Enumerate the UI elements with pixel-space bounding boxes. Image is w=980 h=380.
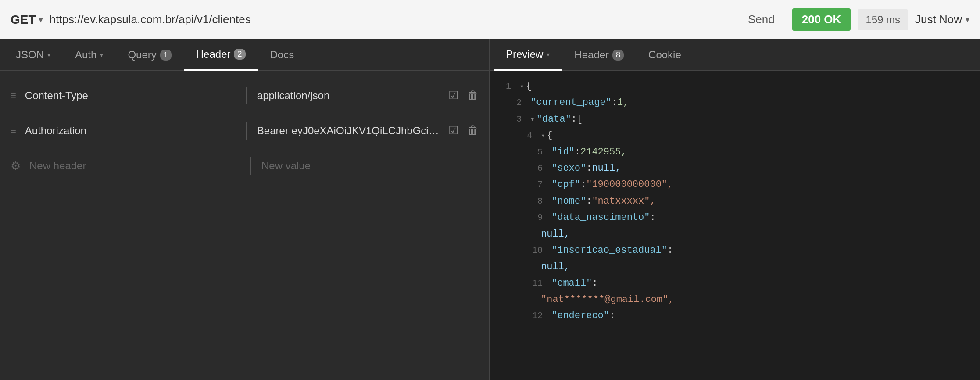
header-name-field[interactable]: Authorization bbox=[25, 125, 236, 137]
tab-docs-label: Docs bbox=[270, 49, 294, 61]
header-badge: 2 bbox=[234, 49, 245, 60]
json-line: 6 "sexo" : null, bbox=[494, 160, 976, 176]
tab-response-header[interactable]: Header 8 bbox=[562, 39, 636, 71]
tab-header-label: Header bbox=[196, 48, 231, 61]
preview-chevron-icon: ▾ bbox=[547, 51, 550, 58]
tab-query-label: Query bbox=[128, 49, 156, 61]
tab-auth-label: Auth bbox=[75, 49, 97, 61]
status-badge: 200 OK bbox=[792, 8, 851, 31]
drag-handle-icon[interactable]: ≡ bbox=[11, 125, 16, 136]
new-header-name-input[interactable]: New header bbox=[29, 160, 240, 172]
request-tabs: JSON ▾ Auth ▾ Query 1 Header 2 Docs bbox=[0, 39, 489, 71]
new-header-row: ⚙ New header New value bbox=[0, 148, 489, 183]
json-line: 11 "email" : bbox=[494, 275, 976, 291]
tab-header[interactable]: Header 2 bbox=[184, 39, 258, 71]
tab-json[interactable]: JSON ▾ bbox=[4, 39, 63, 71]
timestamp-selector[interactable]: Just Now ▾ bbox=[915, 13, 969, 26]
json-line: 9 "data_nascimento" : bbox=[494, 209, 976, 226]
right-panel: Preview ▾ Header 8 Cookie 1 ▾ { 2 "curre… bbox=[490, 39, 980, 380]
json-line: 4 ▾ { bbox=[494, 127, 976, 143]
delete-icon[interactable]: 🗑 bbox=[467, 124, 479, 137]
tab-query[interactable]: Query 1 bbox=[115, 39, 183, 71]
tab-cookie[interactable]: Cookie bbox=[636, 39, 694, 71]
json-line: 3 ▾ "data" : [ bbox=[494, 111, 976, 127]
header-row: ≡ Authorization Bearer eyJ0eXAiOiJKV1QiL… bbox=[0, 113, 489, 148]
method-label: GET bbox=[11, 13, 36, 27]
json-line: null, bbox=[494, 258, 976, 275]
send-button[interactable]: Send bbox=[737, 8, 785, 31]
delete-icon[interactable]: 🗑 bbox=[467, 89, 479, 102]
top-bar: GET ▾ Send 200 OK 159 ms Just Now ▾ bbox=[0, 0, 980, 39]
header-value-field[interactable]: application/json bbox=[257, 90, 441, 102]
row-actions: ☑ 🗑 bbox=[448, 124, 479, 137]
json-line: 2 "current_page" : 1, bbox=[494, 94, 976, 111]
auth-chevron-icon: ▾ bbox=[100, 51, 103, 58]
timestamp-label: Just Now bbox=[915, 13, 962, 26]
json-line: 8 "nome" : "natxxxxx", bbox=[494, 193, 976, 209]
main-layout: JSON ▾ Auth ▾ Query 1 Header 2 Docs bbox=[0, 39, 980, 380]
json-line: 5 "id" : 2142955, bbox=[494, 144, 976, 160]
json-line: null, bbox=[494, 226, 976, 242]
tab-preview-label: Preview bbox=[506, 48, 543, 61]
json-line: "nat*******@gmail.com", bbox=[494, 291, 976, 308]
gear-icon[interactable]: ⚙ bbox=[11, 159, 21, 173]
header-value-field[interactable]: Bearer eyJ0eXAiOiJKV1QiLCJhbGciOiJSU... bbox=[257, 125, 441, 137]
json-chevron-icon: ▾ bbox=[47, 51, 50, 58]
json-line: 7 "cpf" : "190000000000", bbox=[494, 176, 976, 193]
divider bbox=[246, 87, 247, 104]
divider bbox=[250, 157, 251, 175]
row-actions: ☑ 🗑 bbox=[448, 89, 479, 102]
response-time-badge: 159 ms bbox=[858, 9, 908, 30]
tab-cookie-label: Cookie bbox=[648, 49, 681, 61]
timestamp-chevron: ▾ bbox=[966, 15, 969, 25]
headers-container: ≡ Content-Type application/json ☑ 🗑 ≡ Au… bbox=[0, 71, 489, 380]
tab-preview[interactable]: Preview ▾ bbox=[494, 39, 562, 71]
tab-response-header-label: Header bbox=[574, 49, 609, 61]
method-chevron: ▾ bbox=[39, 15, 43, 25]
check-icon[interactable]: ☑ bbox=[448, 89, 458, 102]
left-panel: JSON ▾ Auth ▾ Query 1 Header 2 Docs bbox=[0, 39, 490, 380]
url-input[interactable] bbox=[50, 9, 730, 30]
json-line: 10 "inscricao_estadual" : bbox=[494, 242, 976, 258]
tab-docs[interactable]: Docs bbox=[258, 39, 307, 71]
tab-auth[interactable]: Auth ▾ bbox=[63, 39, 115, 71]
method-selector[interactable]: GET ▾ bbox=[11, 13, 43, 27]
new-header-value-input[interactable]: New value bbox=[261, 160, 479, 172]
json-line: 1 ▾ { bbox=[494, 78, 976, 94]
json-viewer: 1 ▾ { 2 "current_page" : 1, 3 ▾ "data" :… bbox=[490, 71, 980, 380]
json-line: 12 "endereco" : bbox=[494, 308, 976, 324]
check-icon[interactable]: ☑ bbox=[448, 124, 458, 137]
drag-handle-icon[interactable]: ≡ bbox=[11, 90, 16, 101]
header-row: ≡ Content-Type application/json ☑ 🗑 bbox=[0, 78, 489, 113]
divider bbox=[246, 122, 247, 140]
header-name-field[interactable]: Content-Type bbox=[25, 90, 236, 102]
response-tabs: Preview ▾ Header 8 Cookie bbox=[490, 39, 980, 71]
tab-json-label: JSON bbox=[16, 49, 44, 61]
query-badge: 1 bbox=[160, 50, 172, 61]
response-header-badge: 8 bbox=[612, 50, 624, 61]
